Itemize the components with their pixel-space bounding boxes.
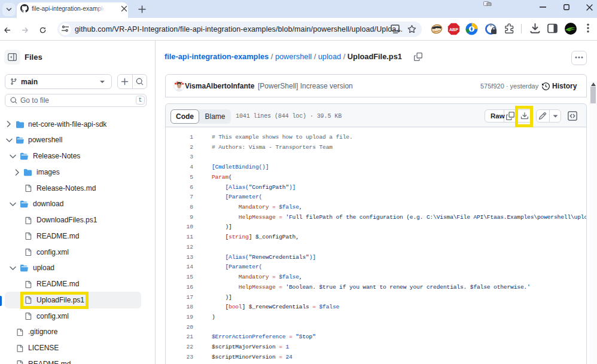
svg-text:ABP: ABP <box>449 27 458 32</box>
